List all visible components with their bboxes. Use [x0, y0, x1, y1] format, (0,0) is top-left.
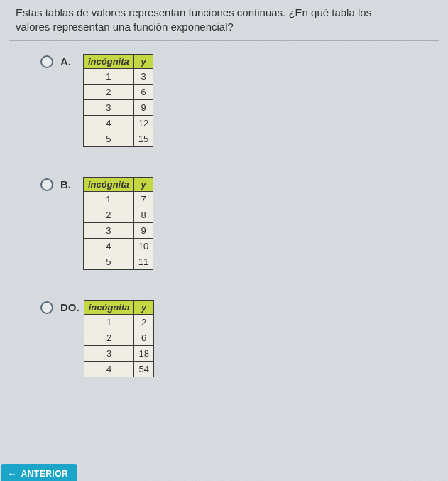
table-a-header-x: incógnita	[84, 54, 134, 68]
option-b[interactable]: B. incógnita y 17 28 39 410 511	[40, 177, 439, 270]
table-row: 515	[84, 131, 153, 146]
question-line2: valores representan una función exponenc…	[16, 21, 234, 33]
table-row: 412	[84, 115, 153, 131]
table-row: 17	[84, 191, 153, 207]
option-a[interactable]: A. incógnita y 13 26 39 412 515	[40, 54, 439, 147]
table-a-header-y: y	[133, 54, 153, 68]
table-row: 410	[84, 238, 153, 254]
option-do-label: DO.	[60, 301, 80, 313]
question-text: Estas tablas de valores representan func…	[9, 6, 439, 35]
option-do[interactable]: DO. incógnita y 12 26 318 454	[40, 300, 439, 377]
table-a: incógnita y 13 26 39 412 515	[83, 54, 153, 147]
option-b-label: B.	[60, 178, 79, 190]
option-a-label: A.	[60, 55, 79, 67]
table-row: 39	[84, 99, 153, 115]
table-b-header-x: incógnita	[84, 177, 134, 191]
table-row: 454	[84, 361, 153, 377]
radio-a[interactable]	[40, 55, 53, 68]
divider	[9, 40, 439, 41]
table-b-header-y: y	[133, 177, 153, 191]
table-row: 28	[84, 207, 153, 222]
table-row: 26	[84, 330, 153, 345]
question-line1: Estas tablas de valores representan func…	[16, 6, 371, 18]
table-b: incógnita y 17 28 39 410 511	[83, 177, 153, 270]
previous-button[interactable]: ← ANTERIOR	[1, 464, 77, 481]
table-do: incógnita y 12 26 318 454	[84, 300, 154, 377]
table-row: 511	[84, 254, 153, 269]
table-row: 26	[84, 84, 153, 99]
table-do-header-y: y	[134, 300, 153, 314]
table-row: 318	[84, 345, 153, 361]
previous-button-label: ANTERIOR	[21, 469, 69, 479]
table-do-header-x: incógnita	[84, 300, 134, 314]
table-row: 39	[84, 222, 153, 238]
radio-do[interactable]	[40, 301, 53, 314]
radio-b[interactable]	[40, 178, 53, 191]
arrow-left-icon: ←	[7, 468, 18, 480]
table-row: 12	[84, 314, 153, 330]
table-row: 13	[84, 68, 153, 84]
